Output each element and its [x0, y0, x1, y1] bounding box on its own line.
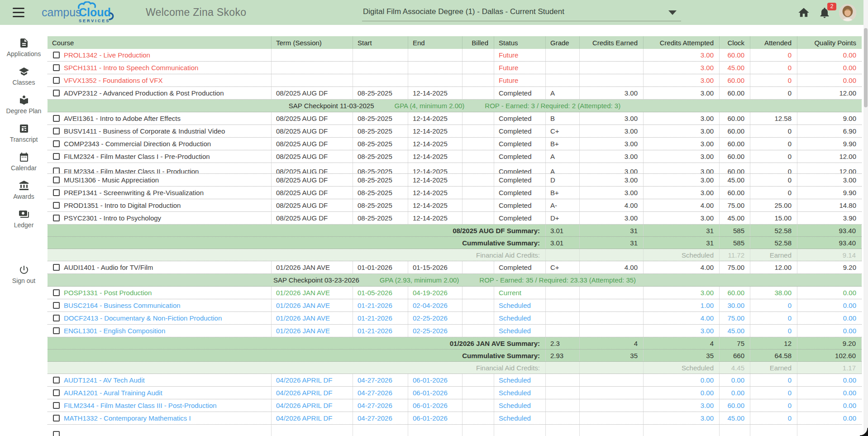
sidebar-item-ledger[interactable]: Ledger — [0, 209, 48, 230]
course-link[interactable]: PREP1341 - Screenwriting & Pre-Visualiza… — [64, 189, 204, 196]
row-checkbox[interactable] — [53, 315, 60, 321]
financial-aid-row: Financial Aid Credits:Scheduled4.45Earne… — [48, 362, 862, 374]
course-link[interactable]: FILM2324 - Film Master Class I - Pre-Pro… — [64, 153, 210, 160]
course-link[interactable]: MATH1332 - Contemporary Mathematics I — [64, 414, 191, 422]
course-link[interactable]: AURA1201 - Aural Training Audit — [64, 389, 162, 397]
cell-grade: D+ — [546, 212, 580, 224]
signout-icon — [19, 264, 29, 275]
financial-aid-label: Financial Aid Credits: — [48, 249, 546, 261]
sidebar-label: Sign out — [12, 277, 35, 284]
avatar[interactable] — [839, 4, 856, 21]
row-checkbox[interactable] — [53, 302, 60, 309]
row-checkbox[interactable] — [53, 215, 60, 221]
course-link[interactable]: ENGL1301 - English Composition — [64, 327, 165, 335]
cell-course: FILM2344 - Film Master Class III - Post-… — [48, 399, 272, 412]
row-checkbox[interactable] — [53, 377, 60, 383]
row-checkbox[interactable] — [53, 153, 60, 160]
campuscloud-logo[interactable]: campus Cloud SERVICES — [40, 1, 124, 26]
row-checkbox[interactable] — [53, 289, 60, 296]
course-link[interactable]: BUSV1411 - Business of Corporate & Indus… — [64, 127, 225, 135]
program-select[interactable]: Digital Film Associate Degree (1) - Dall… — [362, 3, 681, 21]
cell-status: Scheduled — [494, 374, 546, 386]
course-link[interactable]: FILM2334 - Film Master Class II - Produc… — [64, 168, 199, 173]
sidebar-item-awards[interactable]: Awards — [0, 180, 48, 201]
cell-credits_earned — [580, 312, 644, 324]
scheduled-label: Scheduled — [644, 362, 720, 374]
cell-end: 12-14-2025 — [408, 112, 463, 125]
course-link[interactable]: ADVP2312 - Advanced Production & Post Pr… — [64, 89, 224, 97]
row-checkbox[interactable] — [53, 415, 60, 422]
sidebar-item-sign-out[interactable]: Sign out — [0, 264, 48, 285]
sap-checkpoint-row: SAP Checkpoint 03-23-2026GPA (2.93, mini… — [48, 274, 862, 287]
course-link[interactable]: DOCF2413 - Documentary & Non-Fiction Pro… — [64, 314, 222, 322]
cell-course: FILM2334 - Film Master Class II - Produc… — [48, 163, 272, 173]
cell-billed — [463, 49, 494, 61]
notifications-button[interactable]: 2 — [818, 6, 831, 19]
cell-credits-attempted: 4 — [644, 337, 720, 349]
cell-credits_attempted: 3.00 — [644, 49, 720, 61]
course-link[interactable]: COMP2343 - Commercial Direction & Produc… — [64, 140, 211, 148]
cell-clock: 585 — [720, 237, 750, 249]
cell-attended: 52.58 — [750, 225, 797, 236]
cell-clock: 30.00 — [720, 299, 750, 311]
row-checkbox[interactable] — [53, 402, 60, 409]
row-checkbox[interactable] — [53, 431, 60, 436]
row-checkbox[interactable] — [53, 389, 60, 396]
cell-course: BUSV1411 - Business of Corporate & Indus… — [48, 125, 272, 137]
row-checkbox[interactable] — [53, 52, 60, 58]
course-link[interactable]: BUSC2164 - Business Communication — [64, 302, 181, 309]
cell-term: 08/2025 AUG DF — [272, 199, 353, 211]
course-link[interactable]: AVEI1361 - Intro to Adobe After Effects — [64, 115, 181, 122]
cell-credits_attempted: 3.00 — [644, 212, 720, 224]
sidebar-item-classes[interactable]: Classes — [0, 66, 48, 87]
sidebar-item-applications[interactable]: Applications — [0, 38, 48, 58]
row-checkbox[interactable] — [53, 128, 60, 134]
row-checkbox[interactable] — [53, 77, 60, 84]
row-checkbox[interactable] — [53, 189, 60, 196]
row-checkbox[interactable] — [53, 264, 60, 271]
menu-icon[interactable] — [13, 8, 24, 17]
row-checkbox[interactable] — [53, 168, 60, 173]
course-link[interactable]: MUSI1306 - Music Appreciation — [64, 176, 159, 184]
cell-quality_points: 0.00 — [797, 74, 862, 86]
course-link[interactable]: PROD1351 - Intro to Digital Production — [64, 201, 181, 209]
row-checkbox[interactable] — [53, 64, 60, 71]
row-checkbox[interactable] — [53, 115, 60, 122]
scrollbar-track[interactable] — [863, 0, 868, 436]
cell-clock: 60.00 — [720, 287, 750, 299]
row-checkbox[interactable] — [53, 140, 60, 147]
cell-attended: 15.00 — [750, 212, 797, 224]
sidebar-item-calendar[interactable]: Calendar — [0, 152, 48, 172]
course-link[interactable]: VFVX1352 - Foundations of VFX — [64, 77, 162, 84]
cell-end — [408, 74, 463, 86]
row-checkbox[interactable] — [53, 202, 60, 209]
course-link[interactable]: POSP1331 - Post Production — [64, 289, 152, 297]
row-checkbox[interactable] — [53, 90, 60, 96]
financial-aid-label: Financial Aid Credits: — [48, 362, 546, 374]
cell-billed — [463, 287, 494, 299]
sidebar-item-transcript[interactable]: Transcript — [0, 123, 48, 144]
course-link[interactable]: PSYC2301 - Intro to Psychology — [64, 214, 161, 222]
scrollbar-thumb[interactable] — [864, 28, 868, 107]
cell-term: 08/2025 AUG DF — [272, 138, 353, 150]
course-link[interactable]: FILM2344 - Film Master Class III - Post-… — [64, 402, 217, 409]
cell-status: Completed — [494, 125, 546, 137]
row-checkbox[interactable] — [53, 177, 60, 183]
row-checkbox[interactable] — [53, 327, 60, 334]
cell-credits_earned — [580, 299, 644, 311]
cell-end — [408, 62, 463, 74]
cell-clock: 45.00 — [720, 212, 750, 224]
sidebar-item-degree-plan[interactable]: Degree Plan — [0, 95, 48, 115]
cell-attended: 0 — [750, 387, 797, 399]
course-link[interactable]: AUDT1241 - AV Tech Audit — [64, 376, 145, 384]
classes-icon — [19, 66, 29, 77]
cell-grade: A — [546, 87, 580, 99]
cell-attended: 0 — [750, 325, 797, 337]
cell-credits_attempted: 4.00 — [644, 199, 720, 211]
cell-start: 08-25-2025 — [353, 163, 408, 173]
course-link[interactable]: PROL1342 - Live Production — [64, 51, 150, 59]
cell-course: AVEI1361 - Intro to Adobe After Effects — [48, 112, 272, 125]
course-link[interactable]: AUDI1401 - Audio for TV/Film — [64, 264, 153, 271]
course-link[interactable]: SPCH1311 - Intro to Speech Communication — [64, 64, 198, 72]
home-button[interactable] — [797, 6, 810, 19]
